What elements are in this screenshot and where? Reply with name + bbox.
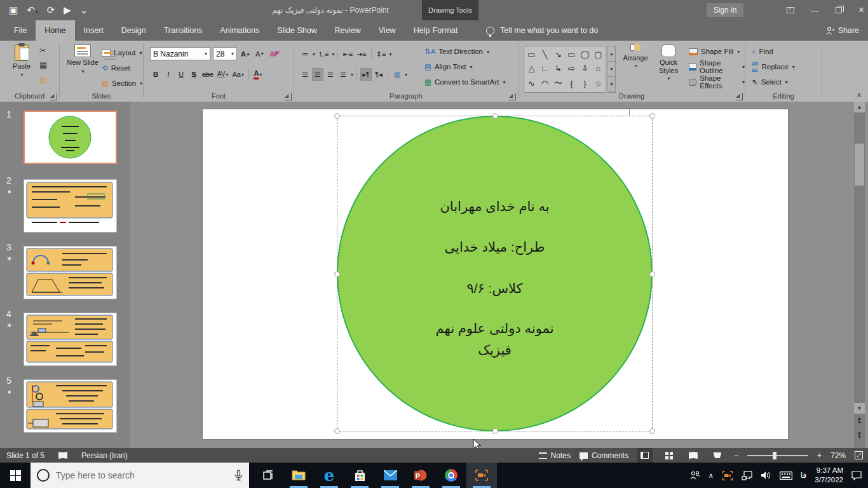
tab-review[interactable]: Review xyxy=(326,20,370,41)
tab-transitions[interactable]: Transitions xyxy=(155,20,212,41)
tell-me-box[interactable]: Tell me what you want to do xyxy=(486,20,598,41)
mail-icon[interactable] xyxy=(375,463,405,488)
reset-button[interactable]: ⟲Reset xyxy=(102,61,142,75)
people-icon[interactable] xyxy=(690,471,700,480)
thumbnail-slide-5[interactable] xyxy=(24,379,117,433)
clipboard-dialog-launcher-icon[interactable]: ◢ xyxy=(50,93,57,100)
save-icon[interactable]: ▣ xyxy=(9,4,18,16)
shape-elbow-icon[interactable]: ∟ xyxy=(541,64,549,73)
slide-text-block[interactable]: به نام خدای مهرابان طراح: میلاد خدایی کل… xyxy=(337,116,653,431)
shape-arrow-icon[interactable]: ↘ xyxy=(555,50,562,59)
vertical-scrollbar[interactable]: ▲ ▼ ▲▲ ▼▼ xyxy=(854,102,865,448)
next-slide-button[interactable]: ▼▼ xyxy=(854,432,865,442)
chrome-icon[interactable] xyxy=(436,463,466,488)
justify-icon[interactable]: ☰ xyxy=(337,68,349,81)
section-button[interactable]: ▤Section▾ xyxy=(102,76,142,90)
text-direction-button[interactable]: ⇅AText Direction▾ xyxy=(424,44,506,58)
collapse-ribbon-icon[interactable]: ∧ xyxy=(857,91,862,99)
format-painter-icon[interactable]: ▨ xyxy=(39,75,47,85)
convert-smartart-button[interactable]: ▦Convert to SmartArt▾ xyxy=(424,75,506,89)
shapes-gallery[interactable]: ▭ ╲ ↘ ▭ ◯ ▢ △ ∟ ↳ ⇨ ⇩ ⌂ ∿ ◠ 〜 { } ☆ xyxy=(524,46,606,93)
tray-chevron-icon[interactable]: ∧ xyxy=(709,471,714,480)
animation-star-icon[interactable]: ✶ xyxy=(6,322,12,330)
scrollbar-thumb[interactable] xyxy=(855,144,864,186)
screen-recorder-icon[interactable] xyxy=(466,463,497,488)
slide-show-button[interactable] xyxy=(710,448,725,463)
shape-rectangle-icon[interactable]: ▭ xyxy=(567,50,575,59)
shape-oval-icon[interactable]: ◯ xyxy=(580,50,590,59)
align-center-icon[interactable]: ☰ xyxy=(312,68,323,81)
reading-view-button[interactable] xyxy=(686,448,701,463)
search-input[interactable] xyxy=(56,470,228,480)
shape-line-icon[interactable]: ╲ xyxy=(543,50,548,59)
touch-keyboard-icon[interactable] xyxy=(780,471,792,480)
comments-button[interactable]: Comments xyxy=(580,451,628,460)
zoom-level[interactable]: 72% xyxy=(831,451,846,460)
taskbar-search[interactable] xyxy=(31,463,249,488)
character-spacing-button[interactable]: AV▾ xyxy=(216,68,230,81)
font-dialog-launcher-icon[interactable]: ◢ xyxy=(285,93,292,100)
tab-slide-show[interactable]: Slide Show xyxy=(268,20,326,41)
shape-curve-icon[interactable]: 〜 xyxy=(554,78,562,89)
animation-star-icon[interactable]: ✶ xyxy=(6,255,12,263)
volume-icon[interactable] xyxy=(761,471,771,480)
new-slide-button[interactable]: New Slide ▾ xyxy=(65,41,100,93)
action-center-icon[interactable] xyxy=(851,471,862,480)
shape-arc-icon[interactable]: ◠ xyxy=(541,79,548,88)
arrange-button[interactable]: Arrange▾ xyxy=(619,41,652,93)
shape-elbow-arrow-icon[interactable]: ↳ xyxy=(555,64,562,73)
thumbnail-slide-2[interactable] xyxy=(24,179,117,233)
cut-icon[interactable]: ✂ xyxy=(39,46,47,55)
text-shadow-button[interactable]: S xyxy=(188,68,200,81)
tab-animations[interactable]: Animations xyxy=(211,20,268,41)
shape-flowchart-icon[interactable]: ⌂ xyxy=(596,64,601,73)
paste-button[interactable]: Paste▾ xyxy=(4,41,39,93)
tab-file[interactable]: File xyxy=(5,20,36,41)
previous-slide-button[interactable]: ▲▲ xyxy=(854,417,865,427)
microphone-icon[interactable] xyxy=(234,470,243,481)
scroll-up-icon[interactable]: ▲ xyxy=(854,102,865,112)
zoom-slider-thumb[interactable] xyxy=(773,452,776,459)
font-name-combo[interactable]: B Nazanin▾ xyxy=(150,47,210,60)
shape-outline-button[interactable]: Shape Outline▾ xyxy=(689,60,745,74)
shape-right-brace-icon[interactable]: } xyxy=(583,79,586,88)
store-icon[interactable] xyxy=(344,463,375,488)
columns-icon[interactable]: ▥ xyxy=(391,68,403,81)
sign-in-button[interactable]: Sign in xyxy=(707,3,743,17)
input-language-indicator[interactable]: فا xyxy=(801,471,806,480)
shape-textbox-icon[interactable]: ▭ xyxy=(527,50,535,59)
taskbar-clock[interactable]: 9:37 AM3/7/2022 xyxy=(815,466,843,485)
font-color-button[interactable]: A▾ xyxy=(252,68,264,81)
shapes-scroll-up-icon[interactable]: ▲ xyxy=(608,46,615,62)
underline-button[interactable]: U xyxy=(175,68,187,81)
layout-button[interactable]: Layout▾ xyxy=(102,46,142,60)
scroll-down-icon[interactable]: ▼ xyxy=(854,403,865,414)
font-size-combo[interactable]: 28▾ xyxy=(213,47,237,60)
shape-triangle-icon[interactable]: △ xyxy=(529,64,535,73)
shape-left-brace-icon[interactable]: { xyxy=(570,79,573,88)
change-case-button[interactable]: Aa▾ xyxy=(231,68,245,81)
restore-icon[interactable] xyxy=(836,7,842,13)
numbering-icon[interactable]: ⒈≡ xyxy=(316,48,330,60)
undo-icon[interactable]: ↶▾ xyxy=(27,4,38,16)
align-left-icon[interactable]: ☰ xyxy=(299,68,311,81)
increase-indent-icon[interactable]: ⇥≡ xyxy=(355,48,368,60)
tab-insert[interactable]: Insert xyxy=(75,20,112,41)
bold-button[interactable]: B xyxy=(150,68,161,81)
zoom-in-button[interactable]: + xyxy=(817,451,822,460)
ltr-direction-icon[interactable]: ▸¶ xyxy=(360,68,372,81)
slide-canvas[interactable]: به نام خدای مهرابان طراح: میلاد خدایی کل… xyxy=(203,109,788,439)
shape-block-arrow-right-icon[interactable]: ⇨ xyxy=(568,64,575,73)
grow-font-button[interactable]: A▲ xyxy=(240,48,252,60)
quick-styles-button[interactable]: Quick Styles▾ xyxy=(652,41,685,93)
network-icon[interactable] xyxy=(742,471,752,480)
decrease-indent-icon[interactable]: ⇤≡ xyxy=(341,48,354,60)
zoom-slider[interactable] xyxy=(747,455,808,456)
strikethrough-button[interactable]: abc xyxy=(201,68,215,81)
notes-button[interactable]: Notes xyxy=(539,451,571,460)
task-view-button[interactable] xyxy=(253,463,283,488)
tab-home[interactable]: Home xyxy=(36,20,74,41)
shape-effects-button[interactable]: Shape Effects▾ xyxy=(689,75,745,89)
italic-button[interactable]: I xyxy=(163,68,174,81)
align-text-button[interactable]: ▤Align Text▾ xyxy=(424,60,506,74)
